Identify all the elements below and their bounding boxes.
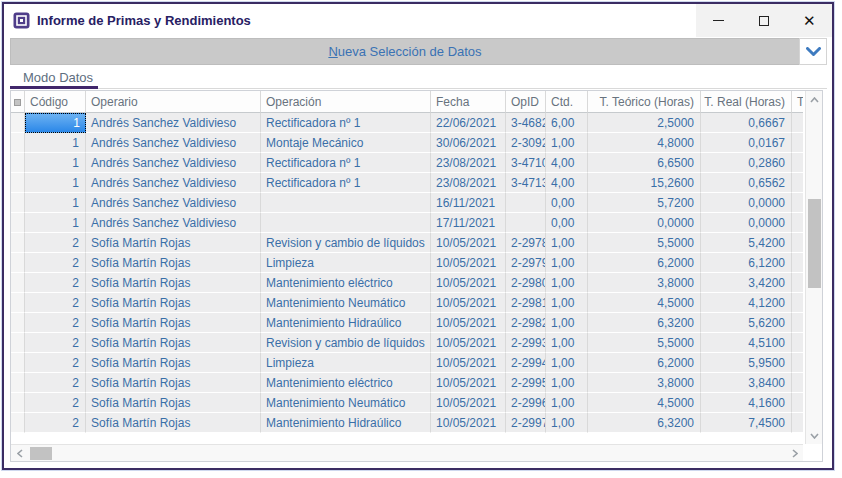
cell-real[interactable]: 4,1600 bbox=[701, 393, 792, 413]
cell-real[interactable]: 3,4200 bbox=[701, 273, 792, 293]
cell-codigo[interactable]: 1 bbox=[25, 133, 86, 153]
table-row[interactable]: 1 Andrés Sanchez Valdivieso Rectificador… bbox=[11, 173, 803, 193]
cell-fecha[interactable]: 10/05/2021 bbox=[431, 313, 506, 333]
header-operario[interactable]: Operario bbox=[86, 91, 261, 113]
cell-operario[interactable]: Sofía Martín Rojas bbox=[86, 373, 261, 393]
cell-opid[interactable]: 2-2996 bbox=[506, 393, 546, 413]
cell-t-partial[interactable] bbox=[792, 373, 803, 393]
header-opid[interactable]: OpID bbox=[506, 91, 546, 113]
cell-operacion[interactable]: Mantenimiento Neumático bbox=[261, 393, 431, 413]
cell-t-partial[interactable] bbox=[792, 153, 803, 173]
cell-t-partial[interactable] bbox=[792, 273, 803, 293]
cell-t-partial[interactable] bbox=[792, 413, 803, 433]
cell-teorico[interactable]: 6,2000 bbox=[588, 253, 701, 273]
scroll-left-button[interactable] bbox=[11, 445, 28, 462]
cell-fecha[interactable]: 17/11/2021 bbox=[431, 213, 506, 233]
header-real[interactable]: T. Real (Horas) bbox=[701, 91, 792, 113]
row-selector-cell[interactable] bbox=[11, 213, 25, 233]
row-selector-cell[interactable] bbox=[11, 133, 25, 153]
cell-codigo[interactable]: 1 bbox=[25, 153, 86, 173]
table-row[interactable]: 1 Andrés Sanchez Valdivieso Montaje Mecá… bbox=[11, 133, 803, 153]
row-selector-cell[interactable] bbox=[11, 393, 25, 413]
header-ctd[interactable]: Ctd. bbox=[546, 91, 588, 113]
cell-fecha[interactable]: 10/05/2021 bbox=[431, 233, 506, 253]
row-selector-cell[interactable] bbox=[11, 373, 25, 393]
cell-operario[interactable]: Andrés Sanchez Valdivieso bbox=[86, 193, 261, 213]
row-selector-cell[interactable] bbox=[11, 273, 25, 293]
maximize-button[interactable] bbox=[741, 4, 786, 37]
table-row[interactable]: 1 Andrés Sanchez Valdivieso 17/11/2021 0… bbox=[11, 213, 803, 233]
cell-opid[interactable]: 3-4710 bbox=[506, 153, 546, 173]
cell-codigo[interactable]: 2 bbox=[25, 353, 86, 373]
cell-t-partial[interactable] bbox=[792, 213, 803, 233]
cell-real[interactable]: 4,1200 bbox=[701, 293, 792, 313]
cell-codigo[interactable]: 2 bbox=[25, 373, 86, 393]
cell-opid[interactable]: 2-2982 bbox=[506, 313, 546, 333]
cell-operacion[interactable] bbox=[261, 213, 431, 233]
cell-codigo[interactable]: 2 bbox=[25, 233, 86, 253]
cell-t-partial[interactable] bbox=[792, 233, 803, 253]
table-row[interactable]: 2 Sofía Martín Rojas Mantenimiento Neumá… bbox=[11, 393, 803, 413]
cell-operario[interactable]: Sofía Martín Rojas bbox=[86, 413, 261, 433]
cell-operacion[interactable]: Rectificadora nº 1 bbox=[261, 153, 431, 173]
cell-fecha[interactable]: 10/05/2021 bbox=[431, 253, 506, 273]
cell-ctd[interactable]: 1,00 bbox=[546, 353, 588, 373]
cell-real[interactable]: 0,0167 bbox=[701, 133, 792, 153]
horizontal-scrollbar[interactable] bbox=[11, 444, 803, 461]
cell-ctd[interactable]: 1,00 bbox=[546, 253, 588, 273]
cell-opid[interactable] bbox=[506, 193, 546, 213]
cell-codigo[interactable]: 1 bbox=[25, 113, 86, 133]
close-button[interactable]: ✕ bbox=[787, 4, 832, 37]
cell-ctd[interactable]: 1,00 bbox=[546, 273, 588, 293]
cell-real[interactable]: 0,2860 bbox=[701, 153, 792, 173]
cell-real[interactable]: 0,0000 bbox=[701, 213, 792, 233]
cell-operacion[interactable]: Montaje Mecánico bbox=[261, 133, 431, 153]
cell-fecha[interactable]: 10/05/2021 bbox=[431, 413, 506, 433]
cell-ctd[interactable]: 4,00 bbox=[546, 173, 588, 193]
table-row[interactable]: 2 Sofía Martín Rojas Revision y cambio d… bbox=[11, 233, 803, 253]
cell-teorico[interactable]: 4,5000 bbox=[588, 293, 701, 313]
cell-fecha[interactable]: 16/11/2021 bbox=[431, 193, 506, 213]
cell-ctd[interactable]: 6,00 bbox=[546, 113, 588, 133]
cell-operario[interactable]: Sofía Martín Rojas bbox=[86, 313, 261, 333]
minimize-button[interactable] bbox=[696, 4, 741, 37]
cell-fecha[interactable]: 10/05/2021 bbox=[431, 333, 506, 353]
cell-operario[interactable]: Sofía Martín Rojas bbox=[86, 233, 261, 253]
scroll-up-button[interactable] bbox=[806, 91, 823, 108]
cell-codigo[interactable]: 2 bbox=[25, 393, 86, 413]
cell-fecha[interactable]: 23/08/2021 bbox=[431, 173, 506, 193]
row-selector-cell[interactable] bbox=[11, 333, 25, 353]
cell-t-partial[interactable] bbox=[792, 253, 803, 273]
cell-operacion[interactable] bbox=[261, 193, 431, 213]
row-selector-cell[interactable] bbox=[11, 153, 25, 173]
cell-real[interactable]: 7,4500 bbox=[701, 413, 792, 433]
cell-operario[interactable]: Sofía Martín Rojas bbox=[86, 333, 261, 353]
cell-operacion[interactable]: Revision y cambio de líquidos bbox=[261, 333, 431, 353]
cell-operacion[interactable]: Limpieza bbox=[261, 253, 431, 273]
cell-fecha[interactable]: 10/05/2021 bbox=[431, 353, 506, 373]
vertical-scrollbar[interactable] bbox=[805, 91, 822, 444]
cell-operacion[interactable]: Revision y cambio de líquidos bbox=[261, 233, 431, 253]
cell-t-partial[interactable] bbox=[792, 113, 803, 133]
cell-opid[interactable]: 2-2993 bbox=[506, 333, 546, 353]
cell-operario[interactable]: Sofía Martín Rojas bbox=[86, 393, 261, 413]
header-codigo[interactable]: Código bbox=[25, 91, 86, 113]
cell-opid[interactable]: 2-2981 bbox=[506, 293, 546, 313]
cell-teorico[interactable]: 6,3200 bbox=[588, 313, 701, 333]
cell-teorico[interactable]: 15,2600 bbox=[588, 173, 701, 193]
header-t-partial[interactable]: T bbox=[792, 91, 803, 113]
select-all-header[interactable] bbox=[11, 91, 25, 113]
cell-ctd[interactable]: 1,00 bbox=[546, 333, 588, 353]
cell-real[interactable]: 0,6667 bbox=[701, 113, 792, 133]
table-row[interactable]: 2 Sofía Martín Rojas Mantenimiento Hidra… bbox=[11, 413, 803, 433]
cell-real[interactable]: 0,6562 bbox=[701, 173, 792, 193]
cell-ctd[interactable]: 1,00 bbox=[546, 413, 588, 433]
cell-opid[interactable]: 2-3092 bbox=[506, 133, 546, 153]
tab-modo-datos[interactable]: Modo Datos bbox=[23, 70, 93, 85]
cell-operacion[interactable]: Rectificadora nº 1 bbox=[261, 173, 431, 193]
collapse-selection-button[interactable] bbox=[799, 38, 827, 65]
cell-opid[interactable] bbox=[506, 213, 546, 233]
cell-t-partial[interactable] bbox=[792, 293, 803, 313]
cell-ctd[interactable]: 0,00 bbox=[546, 213, 588, 233]
cell-codigo[interactable]: 1 bbox=[25, 213, 86, 233]
